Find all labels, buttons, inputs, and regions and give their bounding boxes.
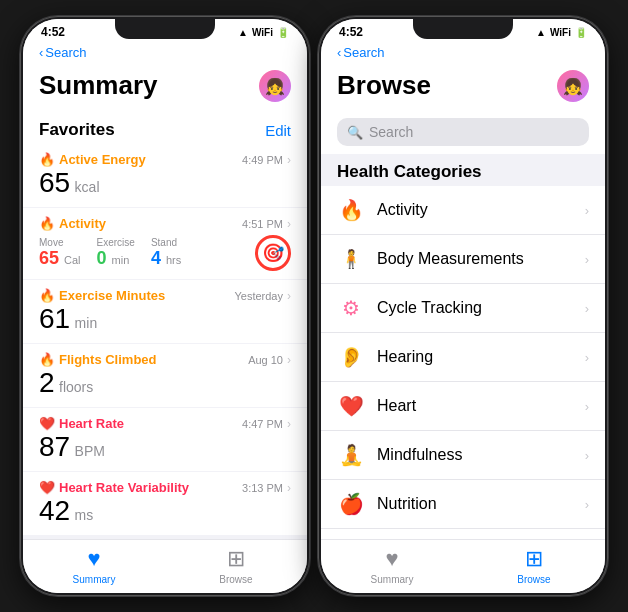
flame-icon-1: 🔥 [39, 152, 55, 167]
tab-summary[interactable]: ♥ Summary [23, 546, 165, 585]
chevron-mindfulness: › [585, 448, 589, 463]
wifi-icon: WiFi [252, 27, 273, 38]
activity-move: Move 65 Cal [39, 237, 81, 269]
notch-2 [413, 19, 513, 39]
hrv-unit: ms [75, 507, 94, 523]
chevron-heart: › [585, 399, 589, 414]
chevron-activity: › [585, 203, 589, 218]
chevron-nutrition: › [585, 497, 589, 512]
browse-title: Browse [337, 70, 431, 101]
profile-avatar-1[interactable]: 👧 [259, 70, 291, 102]
status-time-2: 4:52 [339, 25, 363, 39]
heart-icon-2: ❤️ [39, 480, 55, 495]
browse-list: 🔥 Activity › 🧍 Body Measurements › ⚙ Cyc… [321, 186, 605, 539]
active-energy-time: 4:49 PM [242, 154, 283, 166]
search-icon: 🔍 [347, 125, 363, 140]
flights-climbed-card[interactable]: 🔥 Flights Climbed Aug 10 › 2 floors [23, 344, 307, 407]
tab-bar-2: ♥ Summary ⊞ Browse [321, 539, 605, 593]
list-item-body[interactable]: 🧍 Body Measurements › [321, 235, 605, 284]
activity-exercise: Exercise 0 min [97, 237, 135, 269]
chevron-hearing: › [585, 350, 589, 365]
list-item-heart[interactable]: ❤️ Heart › [321, 382, 605, 431]
list-item-other[interactable]: ➕ Other Data › [321, 529, 605, 539]
exercise-minutes-title: 🔥 Exercise Minutes [39, 288, 165, 303]
status-time-1: 4:52 [41, 25, 65, 39]
summary-tab-icon-2: ♥ [385, 546, 398, 572]
list-item-cycle[interactable]: ⚙ Cycle Tracking › [321, 284, 605, 333]
cycle-tracking-icon: ⚙ [337, 294, 365, 322]
chevron-body: › [585, 252, 589, 267]
tab-summary-2[interactable]: ♥ Summary [321, 546, 463, 585]
profile-avatar-2[interactable]: 👧 [557, 70, 589, 102]
edit-button[interactable]: Edit [265, 122, 291, 139]
chevron-right-icon-6: › [287, 481, 291, 495]
active-energy-unit: kcal [75, 179, 100, 195]
nutrition-label: Nutrition [377, 495, 585, 513]
tab-browse-2[interactable]: ⊞ Browse [463, 546, 605, 585]
list-item-nutrition[interactable]: 🍎 Nutrition › [321, 480, 605, 529]
hrv-title: ❤️ Heart Rate Variability [39, 480, 189, 495]
exercise-minutes-unit: min [75, 315, 98, 331]
active-energy-card[interactable]: 🔥 Active Energy 4:49 PM › 65 kcal [23, 144, 307, 207]
favorites-header: Favorites Edit [23, 112, 307, 144]
chevron-left-icon: ‹ [39, 45, 43, 60]
chevron-right-icon-5: › [287, 417, 291, 431]
chevron-cycle: › [585, 301, 589, 316]
browse-header: Browse 👧 [321, 62, 605, 112]
heart-rate-title: ❤️ Heart Rate [39, 416, 124, 431]
exercise-minutes-time: Yesterday [234, 290, 283, 302]
heart-rate-unit: BPM [75, 443, 105, 459]
summary-header: Summary 👧 [23, 62, 307, 112]
search-bar[interactable]: 🔍 Search [337, 118, 589, 146]
phone-summary: 4:52 ▲ WiFi 🔋 ‹ Search Summary [20, 16, 310, 596]
activity-label: Activity [377, 201, 585, 219]
wifi-icon-2: WiFi [550, 27, 571, 38]
mindfulness-label: Mindfulness [377, 446, 585, 464]
body-measurements-label: Body Measurements [377, 250, 585, 268]
tab-bar-1: ♥ Summary ⊞ Browse [23, 539, 307, 593]
hrv-value: 42 [39, 495, 70, 526]
summary-tab-label: Summary [73, 574, 116, 585]
heart-icon-1: ❤️ [39, 416, 55, 431]
activity-rings-icon: 🎯 [255, 235, 291, 271]
summary-title: Summary [39, 70, 158, 101]
heart-category-icon: ❤️ [337, 392, 365, 420]
activity-time: 4:51 PM [242, 218, 283, 230]
battery-icon: 🔋 [277, 27, 289, 38]
battery-icon-2: 🔋 [575, 27, 587, 38]
exercise-minutes-card[interactable]: 🔥 Exercise Minutes Yesterday › 61 min [23, 280, 307, 343]
exercise-minutes-value: 61 [39, 303, 70, 334]
flame-icon-2: 🔥 [39, 216, 55, 231]
activity-card[interactable]: 🔥 Activity 4:51 PM › Move 65 [23, 208, 307, 279]
flights-climbed-title: 🔥 Flights Climbed [39, 352, 157, 367]
summary-tab-icon: ♥ [87, 546, 100, 572]
search-placeholder: Search [369, 124, 413, 140]
list-item-activity[interactable]: 🔥 Activity › [321, 186, 605, 235]
flame-icon-3: 🔥 [39, 288, 55, 303]
status-icons-2: ▲ WiFi 🔋 [536, 27, 587, 38]
active-energy-title: 🔥 Active Energy [39, 152, 146, 167]
active-energy-value: 65 [39, 167, 70, 198]
hearing-label: Hearing [377, 348, 585, 366]
browse-tab-label-2: Browse [517, 574, 550, 585]
summary-content: 🔥 Active Energy 4:49 PM › 65 kcal [23, 144, 307, 539]
heart-rate-card[interactable]: ❤️ Heart Rate 4:47 PM › 87 BPM [23, 408, 307, 471]
back-button-2[interactable]: ‹ Search [337, 45, 589, 60]
nutrition-icon: 🍎 [337, 490, 365, 518]
cycle-tracking-label: Cycle Tracking [377, 299, 585, 317]
list-item-hearing[interactable]: 👂 Hearing › [321, 333, 605, 382]
notch [115, 19, 215, 39]
activity-title: 🔥 Activity [39, 216, 106, 231]
back-button-1[interactable]: ‹ Search [39, 45, 291, 60]
tab-browse-1[interactable]: ⊞ Browse [165, 546, 307, 585]
signal-icon: ▲ [238, 27, 248, 38]
phone-browse: 4:52 ▲ WiFi 🔋 ‹ Search Browse [318, 16, 608, 596]
mindfulness-icon: 🧘 [337, 441, 365, 469]
activity-icon: 🔥 [337, 196, 365, 224]
hearing-icon: 👂 [337, 343, 365, 371]
list-item-mindfulness[interactable]: 🧘 Mindfulness › [321, 431, 605, 480]
heart-rate-time: 4:47 PM [242, 418, 283, 430]
summary-tab-label-2: Summary [371, 574, 414, 585]
hrv-card[interactable]: ❤️ Heart Rate Variability 3:13 PM › 42 m… [23, 472, 307, 535]
chevron-right-icon-2: › [287, 217, 291, 231]
